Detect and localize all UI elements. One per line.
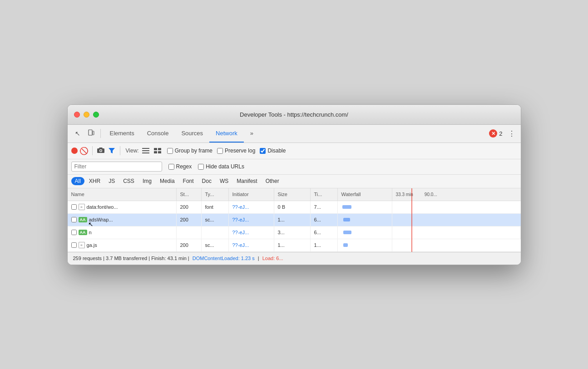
td-time-range <box>392 226 521 239</box>
minimize-button[interactable] <box>84 112 89 118</box>
window-title: Developer Tools - https://techcrunch.com… <box>240 111 348 118</box>
type-filter-all[interactable]: All <box>71 177 84 185</box>
preserve-log-option[interactable]: Preserve log <box>217 148 255 154</box>
table-row[interactable]: AA adsWrap... ↖ 200 sc... ??-eJ... 1... … <box>68 214 521 226</box>
td-waterfall-cell <box>338 239 392 251</box>
th-name[interactable]: Name <box>68 188 177 201</box>
table-row[interactable]: ≡ data:font/wo... 200 font ??-eJ... 0 B … <box>68 201 521 214</box>
waterfall-bar <box>342 205 351 209</box>
waterfall-bar <box>343 218 350 221</box>
group-by-frame-option[interactable]: Group by frame <box>167 148 212 154</box>
td-status: 200 <box>177 201 202 213</box>
th-status[interactable]: St... <box>177 188 202 201</box>
hide-data-urls-checkbox[interactable] <box>198 164 204 170</box>
hide-data-urls-option[interactable]: Hide data URLs <box>198 163 244 170</box>
type-filter-css[interactable]: CSS <box>119 177 138 185</box>
row-checkbox[interactable] <box>71 204 77 210</box>
th-initiator[interactable]: Initiator <box>229 188 274 201</box>
th-time-range[interactable]: 33.3 min 90.0... <box>392 188 521 201</box>
svg-rect-12 <box>154 151 157 153</box>
tab-elements[interactable]: Elements <box>104 124 141 143</box>
type-filter-font[interactable]: Font <box>179 177 198 185</box>
svg-point-5 <box>100 150 102 152</box>
record-button[interactable] <box>71 148 78 154</box>
tab-console[interactable]: Console <box>141 124 175 143</box>
type-filter-other[interactable]: Other <box>262 177 283 185</box>
td-time: 1... <box>311 239 338 251</box>
disable-cache-option[interactable]: Disable <box>260 148 286 154</box>
td-size: 3... <box>274 226 311 239</box>
svg-rect-11 <box>158 148 161 150</box>
td-name: ≡ data:font/wo... <box>68 201 177 213</box>
tab-overflow[interactable]: » <box>244 124 260 143</box>
file-icon: ≡ <box>79 242 85 248</box>
type-filter-manifest[interactable]: Manifest <box>233 177 261 185</box>
title-bar: Developer Tools - https://techcrunch.com… <box>68 105 521 125</box>
row-checkbox[interactable] <box>71 242 77 248</box>
td-initiator: ??-eJ... <box>229 214 274 226</box>
th-waterfall[interactable]: Waterfall <box>338 188 392 201</box>
main-toolbar: ↖ Elements Console Sources Net <box>68 125 521 143</box>
regex-label: Regex <box>176 163 192 170</box>
svg-rect-1 <box>93 131 94 135</box>
tab-network[interactable]: Network <box>209 124 244 143</box>
th-size[interactable]: Size <box>274 188 311 201</box>
type-filter-media[interactable]: Media <box>156 177 178 185</box>
table-row[interactable]: AA n ??-eJ... 3... 6... AOL Advertising.… <box>68 226 521 239</box>
th-time[interactable]: Ti... <box>311 188 338 201</box>
td-status: 200 <box>177 239 202 251</box>
file-icon: ≡ <box>79 204 85 210</box>
td-time: 6... <box>311 214 338 226</box>
waterfall-bar <box>343 231 351 234</box>
type-filter-js[interactable]: JS <box>105 177 119 185</box>
grouped-view-button[interactable] <box>153 146 163 156</box>
type-filter-doc[interactable]: Doc <box>198 177 215 185</box>
more-menu-button[interactable]: ⋮ <box>506 127 517 140</box>
traffic-lights <box>74 112 99 118</box>
type-filter-ws[interactable]: WS <box>216 177 232 185</box>
status-text: 259 requests | 3.7 MB transferred | Fini… <box>73 256 191 261</box>
table-header: Name St... Ty... Initiator Size Ti... Wa… <box>68 188 521 201</box>
row-checkbox[interactable] <box>71 217 77 222</box>
disable-cache-checkbox[interactable] <box>260 148 266 154</box>
td-time-range <box>392 239 521 251</box>
screenshot-button[interactable] <box>96 146 105 155</box>
error-count: 2 <box>499 130 502 137</box>
error-badge: ✕ 2 <box>489 129 502 138</box>
devtools-window: Developer Tools - https://techcrunch.com… <box>67 104 521 265</box>
maximize-button[interactable] <box>93 112 99 118</box>
preserve-log-checkbox[interactable] <box>217 148 223 154</box>
cursor-tool-button[interactable]: ↖ <box>71 127 84 140</box>
table-row[interactable]: ≡ ga.js 200 sc... ??-eJ... 1... 1... <box>68 239 521 252</box>
tab-sources[interactable]: Sources <box>175 124 209 143</box>
filter-button[interactable] <box>107 146 116 155</box>
type-filter-img[interactable]: Img <box>139 177 155 185</box>
clear-button[interactable]: 🚫 <box>79 146 89 155</box>
toolbar-divider-1 <box>100 129 101 138</box>
group-by-frame-checkbox[interactable] <box>167 148 173 154</box>
td-time: 6... <box>311 226 338 239</box>
td-type: sc... <box>202 214 229 226</box>
dom-content-loaded-text: DOMContentLoaded: 1.23 s <box>193 256 255 261</box>
td-waterfall-cell <box>338 214 392 226</box>
row-checkbox[interactable] <box>71 230 77 235</box>
aa-badge: AA <box>79 217 87 222</box>
td-type <box>202 226 229 239</box>
net-divider-1 <box>92 146 93 155</box>
td-time: 7... <box>311 201 338 213</box>
list-view-button[interactable] <box>141 146 151 156</box>
close-button[interactable] <box>74 112 80 118</box>
td-waterfall-cell <box>338 201 392 213</box>
regex-option[interactable]: Regex <box>168 163 192 170</box>
device-toggle-button[interactable] <box>85 127 98 140</box>
svg-rect-10 <box>154 148 157 150</box>
regex-checkbox[interactable] <box>168 164 174 170</box>
td-type: font <box>202 201 229 213</box>
type-filter-xhr[interactable]: XHR <box>85 177 104 185</box>
device-icon <box>88 129 94 138</box>
filter-input[interactable] <box>71 162 162 172</box>
disable-cache-label: Disable <box>267 148 286 154</box>
td-initiator: ??-eJ... <box>229 239 274 251</box>
th-type[interactable]: Ty... <box>202 188 229 201</box>
td-time-range <box>392 214 521 226</box>
